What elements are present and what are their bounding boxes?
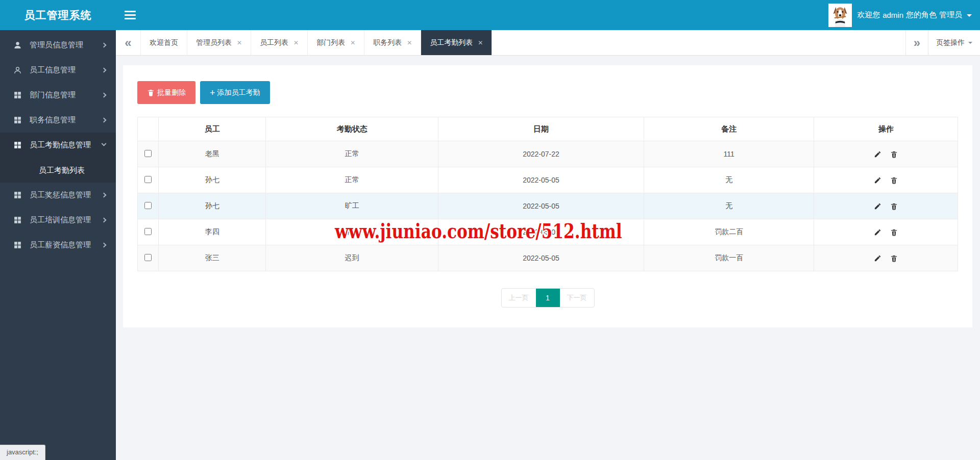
welcome-prefix: 欢迎您 (857, 10, 880, 20)
sidebar-item-salary-info[interactable]: 员工薪资信息管理 (0, 233, 116, 258)
cell-status: 旷工 (266, 193, 438, 219)
delete-trash-icon[interactable] (890, 228, 898, 236)
cell-date: 2022-05-05 (438, 245, 644, 271)
edit-pencil-icon[interactable] (874, 202, 881, 210)
cell-date: 2022-05-05 (438, 193, 644, 219)
table-row: 孙七 正常 2022-05-05 无 (138, 167, 958, 193)
role-value: 管理员 (939, 10, 962, 20)
cell-note: 无 (644, 167, 814, 193)
prev-page-button[interactable]: 上一页 (502, 289, 536, 307)
edit-pencil-icon[interactable] (874, 228, 881, 236)
attendance-table: 员工 考勤状态 日期 备注 操作 老黑 正常 2022-07-22 (137, 117, 958, 271)
page-content: 批量删除 + 添加员工考勤 员工 考勤状态 (116, 56, 980, 327)
delete-trash-icon[interactable] (890, 254, 898, 262)
chevron-right-icon (102, 243, 107, 248)
close-icon[interactable]: ✕ (350, 39, 355, 46)
sidebar-item-admin-info[interactable]: 管理员信息管理 (0, 33, 116, 58)
sidebar: 管理员信息管理 员工信息管理 部门信息管理 职务信息管理 (0, 30, 116, 460)
select-all-header (138, 117, 159, 141)
tab-admin-list[interactable]: 管理员列表 ✕ (187, 30, 251, 55)
close-icon[interactable]: ✕ (478, 39, 483, 46)
chevron-down-icon (102, 141, 107, 146)
sidebar-item-employee-info[interactable]: 员工信息管理 (0, 58, 116, 83)
grid-icon (13, 216, 22, 224)
grid-icon (13, 141, 22, 149)
cell-status: 迟到 (266, 245, 438, 271)
app-title: 员工管理系统 (0, 8, 116, 22)
row-checkbox[interactable] (144, 150, 152, 157)
open-tabs: 欢迎首页 管理员列表 ✕ 员工列表 ✕ 部门列表 ✕ 职务列表 ✕ (140, 30, 492, 55)
grid-icon (13, 191, 22, 199)
chevron-right-icon (102, 43, 107, 48)
tab-scroll-left-button[interactable]: « (116, 30, 140, 55)
row-checkbox[interactable] (144, 202, 152, 209)
cell-note: 无 (644, 193, 814, 219)
sidebar-subitem-attendance-list[interactable]: 员工考勤列表 (0, 158, 116, 183)
delete-trash-icon[interactable] (890, 202, 898, 210)
app-header: 员工管理系统 欢迎您admin 您的角色 管理员 (0, 0, 980, 30)
tab-bar-controls: » 页签操作 (905, 30, 980, 55)
tab-attendance-list[interactable]: 员工考勤列表 ✕ (421, 30, 492, 55)
row-checkbox[interactable] (144, 228, 152, 235)
add-attendance-button[interactable]: + 添加员工考勤 (200, 81, 270, 104)
chevron-down-icon (967, 14, 972, 19)
chevron-down-icon (968, 42, 972, 46)
sidebar-item-reward-punish-info[interactable]: 员工奖惩信息管理 (0, 183, 116, 208)
sidebar-section-attendance: 员工考勤信息管理 员工考勤列表 (0, 133, 116, 183)
edit-pencil-icon[interactable] (874, 254, 881, 262)
current-page-button[interactable]: 1 (536, 289, 560, 307)
table-row: 孙七 旷工 2022-05-05 无 (138, 193, 958, 219)
tab-department-list[interactable]: 部门列表 ✕ (308, 30, 364, 55)
close-icon[interactable]: ✕ (407, 39, 412, 46)
cell-status: 正常 (266, 167, 438, 193)
tab-bar: « 欢迎首页 管理员列表 ✕ 员工列表 ✕ 部门列表 ✕ (116, 30, 980, 56)
tab-scroll-right-button[interactable]: » (905, 30, 928, 55)
tab-position-list[interactable]: 职务列表 ✕ (364, 30, 421, 55)
cell-employee: 孙七 (159, 167, 266, 193)
cell-employee: 孙七 (159, 193, 266, 219)
cell-note: 罚款二百 (644, 219, 814, 245)
role-prefix: 您的角色 (906, 10, 937, 20)
tab-welcome-home[interactable]: 欢迎首页 (141, 30, 187, 55)
username: admin (883, 11, 903, 19)
delete-trash-icon[interactable] (890, 176, 898, 184)
cell-employee: 张三 (159, 245, 266, 271)
avatar (828, 4, 852, 27)
double-chevron-left-icon: « (125, 36, 131, 50)
col-date: 日期 (438, 117, 644, 141)
batch-delete-button[interactable]: 批量删除 (137, 81, 195, 104)
sidebar-item-training-info[interactable]: 员工培训信息管理 (0, 208, 116, 233)
plus-icon: + (210, 88, 215, 97)
chevron-right-icon (102, 93, 107, 98)
grid-icon (13, 241, 22, 249)
chevron-right-icon (102, 218, 107, 223)
toolbar: 批量删除 + 添加员工考勤 (137, 81, 958, 104)
sidebar-item-position-info[interactable]: 职务信息管理 (0, 108, 116, 133)
row-checkbox[interactable] (144, 254, 152, 261)
close-icon[interactable]: ✕ (237, 39, 242, 46)
edit-pencil-icon[interactable] (874, 176, 881, 184)
cell-employee: 老黑 (159, 141, 266, 167)
user-menu[interactable]: 欢迎您admin 您的角色 管理员 (828, 4, 980, 27)
sidebar-item-attendance-info[interactable]: 员工考勤信息管理 (0, 133, 116, 158)
tab-employee-list[interactable]: 员工列表 ✕ (251, 30, 308, 55)
close-icon[interactable]: ✕ (293, 39, 299, 46)
tab-operations-dropdown[interactable]: 页签操作 (928, 30, 980, 55)
dog-avatar-image (828, 4, 852, 27)
main-area: « 欢迎首页 管理员列表 ✕ 员工列表 ✕ 部门列表 ✕ (116, 30, 980, 460)
cell-note: 罚款一百 (644, 245, 814, 271)
col-employee: 员工 (159, 117, 266, 141)
menu-toggle-icon[interactable] (125, 9, 137, 21)
sidebar-item-department-info[interactable]: 部门信息管理 (0, 83, 116, 108)
edit-pencil-icon[interactable] (874, 150, 881, 158)
grid-icon (13, 116, 22, 124)
double-chevron-right-icon: » (914, 36, 920, 50)
delete-trash-icon[interactable] (890, 150, 898, 158)
cell-date: 2022-05-05 (438, 219, 644, 245)
row-checkbox[interactable] (144, 176, 152, 183)
cell-note: 111 (644, 141, 814, 167)
next-page-button[interactable]: 下一页 (560, 289, 594, 307)
cell-employee: 李四 (159, 219, 266, 245)
browser-status-bar: javascript:; (0, 445, 45, 460)
col-actions: 操作 (814, 117, 958, 141)
